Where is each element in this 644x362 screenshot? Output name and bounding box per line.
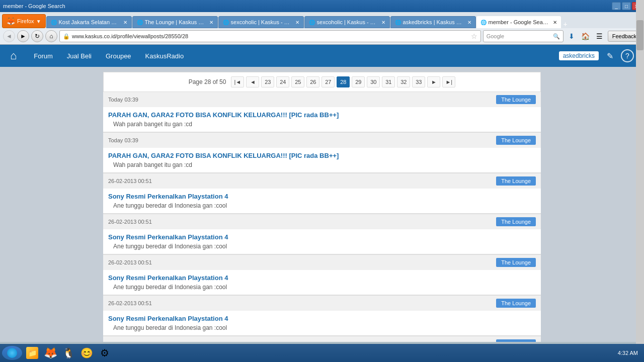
lounge-btn-7[interactable]: The Lounge <box>496 339 536 342</box>
browser-tab-4[interactable]: 🌐 sexcoholic | Kaskus - The... ✕ <box>304 16 390 28</box>
nav-bar: ◄ ► ↻ ⌂ 🔒 www.kaskus.co.id/profile/viewa… <box>0 28 644 44</box>
lounge-btn-5[interactable]: The Lounge <box>496 258 536 267</box>
post-preview-5: Ane tunggu beredar di Indonesia gan :coo… <box>108 284 536 291</box>
nav-jualbeli[interactable]: Jual Beli <box>60 45 99 67</box>
search-bar[interactable]: Google 🔍 <box>483 30 564 42</box>
post-time-5: 26-02-2013 00:51 <box>108 259 496 265</box>
post-preview-6: Ane tunggu beredar di Indonesia gan :coo… <box>108 324 536 331</box>
first-page-btn[interactable]: |◄ <box>231 76 244 87</box>
page-28[interactable]: 28 <box>337 76 350 87</box>
post-content-2: PARAH GAN, GARA2 FOTO BISA KONFLIK KELUA… <box>103 148 541 173</box>
page-32[interactable]: 32 <box>397 76 410 87</box>
address-bar[interactable]: 🔒 www.kaskus.co.id/profile/viewallposts/… <box>59 30 481 42</box>
new-tab-button[interactable]: + <box>561 20 570 28</box>
tab-close-4[interactable]: ✕ <box>381 20 385 25</box>
post-title-1[interactable]: PARAH GAN, GARA2 FOTO BISA KONFLIK KELUA… <box>108 111 536 119</box>
browser-tab-3[interactable]: 🌐 sexcoholic | Kaskus - The... ✕ <box>218 16 304 28</box>
post-meta-7: 26-02-2013 00:51 The Lounge <box>103 336 541 342</box>
post-meta-4: 26-02-2013 00:51 The Lounge <box>103 214 541 229</box>
lounge-btn-1[interactable]: The Lounge <box>496 95 536 104</box>
menu-icon[interactable]: ☰ <box>594 30 606 42</box>
post-meta-5: 26-02-2013 00:51 The Lounge <box>103 255 541 270</box>
site-logo[interactable]: ⌂ <box>10 49 17 62</box>
post-content-5: Sony Resmi Perkenalkan Playstation 4 Ane… <box>103 270 541 295</box>
tab-close-1[interactable]: ✕ <box>123 20 127 25</box>
page-26[interactable]: 26 <box>306 76 319 87</box>
post-time-4: 26-02-2013 00:51 <box>108 219 496 225</box>
post-content-4: Sony Resmi Perkenalkan Playstation 4 Ane… <box>103 229 541 254</box>
post-meta-1: Today 03:39 The Lounge <box>103 92 541 107</box>
post-row-partial: 26-02-2013 00:51 The Lounge Sony Resmi P… <box>103 336 541 342</box>
page-33[interactable]: 33 <box>412 76 425 87</box>
nav-groupee[interactable]: Groupee <box>99 45 138 67</box>
taskbar-icon-3[interactable]: 🐧 <box>60 345 76 360</box>
home-nav-icon[interactable]: 🏠 <box>580 30 592 42</box>
tab-close-5[interactable]: ✕ <box>467 20 471 25</box>
lounge-btn-4[interactable]: The Lounge <box>496 217 536 226</box>
post-row: Today 03:39 The Lounge PARAH GAN, GARA2 … <box>103 133 541 173</box>
tab-close-6[interactable]: ✕ <box>553 20 557 25</box>
start-button[interactable] <box>2 346 22 360</box>
post-title-3[interactable]: Sony Resmi Perkenalkan Playstation 4 <box>108 193 536 200</box>
post-content-6: Sony Resmi Perkenalkan Playstation 4 Ane… <box>103 311 541 336</box>
reload-button[interactable]: ↻ <box>31 30 43 42</box>
lounge-btn-3[interactable]: The Lounge <box>496 176 536 186</box>
username-badge[interactable]: askedbricks <box>559 51 599 60</box>
post-row: 26-02-2013 00:51 The Lounge Sony Resmi P… <box>103 173 541 214</box>
post-time-2: Today 03:39 <box>108 137 496 143</box>
browser-tab-1[interactable]: 🌐 Kost Jakarta Selatan TB Si... ✕ <box>46 16 132 28</box>
post-title-6[interactable]: Sony Resmi Perkenalkan Playstation 4 <box>108 315 536 322</box>
post-preview-3: Ane tunggu beredar di Indonesia gan :coo… <box>108 202 536 209</box>
lounge-btn-2[interactable]: The Lounge <box>496 136 536 145</box>
tab-close-3[interactable]: ✕ <box>295 20 299 25</box>
tab-close-2[interactable]: ✕ <box>209 20 213 25</box>
scrollbar[interactable] <box>636 0 644 362</box>
prev-page-btn[interactable]: ◄ <box>246 76 259 87</box>
taskbar-icon-4[interactable]: 😊 <box>78 345 95 360</box>
taskbar-firefox-icon[interactable]: 🦊 <box>42 345 58 360</box>
home-button[interactable]: ⌂ <box>45 30 57 42</box>
taskbar-icon-5[interactable]: ⚙ <box>97 345 113 360</box>
maximize-btn[interactable]: □ <box>622 2 631 10</box>
post-row: 26-02-2013 00:51 The Lounge Sony Resmi P… <box>103 296 541 336</box>
tabs-row: 🦊 Firefox ▼ 🌐 Kost Jakarta Selatan TB Si… <box>0 12 644 28</box>
download-icon[interactable]: ⬇ <box>566 30 578 42</box>
pagination-bar: Page 28 of 50 |◄ ◄ 23 24 25 26 27 28 29 … <box>103 72 541 92</box>
post-meta-2: Today 03:39 The Lounge <box>103 133 541 148</box>
page-30[interactable]: 30 <box>367 76 380 87</box>
page-27[interactable]: 27 <box>321 76 335 87</box>
google-search-icon: 🔍 <box>553 33 560 40</box>
scroll-thumb[interactable] <box>636 20 643 50</box>
page-29[interactable]: 29 <box>352 76 365 87</box>
post-time-3: 26-02-2013 00:51 <box>108 178 496 184</box>
last-page-btn[interactable]: ►| <box>442 76 455 87</box>
post-title-4[interactable]: Sony Resmi Perkenalkan Playstation 4 <box>108 233 536 241</box>
post-title-5[interactable]: Sony Resmi Perkenalkan Playstation 4 <box>108 274 536 282</box>
post-row: 26-02-2013 00:51 The Lounge Sony Resmi P… <box>103 214 541 255</box>
edit-profile-icon[interactable]: ✎ <box>603 49 617 63</box>
firefox-button[interactable]: 🦊 Firefox ▼ <box>2 14 46 28</box>
nav-forum[interactable]: Forum <box>27 45 60 67</box>
page-24[interactable]: 24 <box>276 76 289 87</box>
forward-button[interactable]: ► <box>17 30 29 42</box>
post-row: 26-02-2013 00:51 The Lounge Sony Resmi P… <box>103 255 541 296</box>
site-nav-right: askedbricks ✎ ? <box>559 49 634 63</box>
page-31[interactable]: 31 <box>382 76 395 87</box>
browser-tab-2[interactable]: 🌐 The Lounge | Kaskus - Th... ✕ <box>132 16 218 28</box>
help-icon[interactable]: ? <box>621 49 634 62</box>
post-title-2[interactable]: PARAH GAN, GARA2 FOTO BISA KONFLIK KELUA… <box>108 152 536 159</box>
browser-tab-6[interactable]: 🌐 member - Google Search ✕ <box>476 16 561 28</box>
post-content-3: Sony Resmi Perkenalkan Playstation 4 Ane… <box>103 189 541 214</box>
nav-kaskusradio[interactable]: KaskusRadio <box>138 45 191 67</box>
page-25[interactable]: 25 <box>291 76 304 87</box>
post-time-7: 26-02-2013 00:51 <box>108 341 496 342</box>
page-23[interactable]: 23 <box>261 76 274 87</box>
taskbar-explorer-icon[interactable]: 📁 <box>24 345 40 360</box>
next-page-btn[interactable]: ► <box>427 76 440 87</box>
browser-tab-5[interactable]: 🌐 askedbricks | Kaskus - Th... ✕ <box>390 16 476 28</box>
minimize-btn[interactable]: _ <box>612 2 621 10</box>
post-content-1: PARAH GAN, GARA2 FOTO BISA KONFLIK KELUA… <box>103 107 541 132</box>
back-button[interactable]: ◄ <box>3 30 15 42</box>
bookmark-star[interactable]: ☆ <box>471 32 477 40</box>
lounge-btn-6[interactable]: The Lounge <box>496 299 536 308</box>
